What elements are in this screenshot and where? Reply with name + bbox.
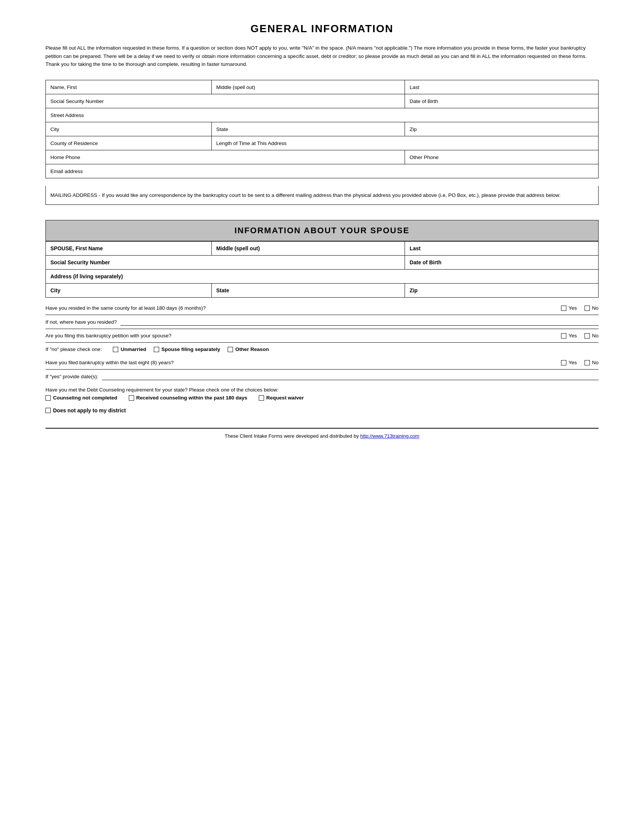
main-form-table: Name, First Middle (spell out) Last Soci… [45, 80, 599, 178]
q1-yes-no: Yes No [561, 305, 599, 311]
footer: These Client Intake Forms were developed… [45, 428, 599, 439]
q2-if-no-text: If "no" please check one: [45, 346, 101, 352]
q2-yes-checkbox[interactable] [561, 333, 566, 338]
spouse-state-cell: State [211, 284, 405, 298]
q3-if-yes-text: If "yes" provide date(s): [45, 374, 98, 380]
q4-opt4-checkbox[interactable] [45, 408, 51, 413]
q2-other-reason-checkbox[interactable] [228, 347, 233, 352]
intro-text: Please fill out ALL the information requ… [45, 44, 599, 69]
other-phone-label: Other Phone [409, 154, 439, 160]
q2-other-reason-option[interactable]: Other Reason [228, 346, 269, 352]
q2-no-checkbox[interactable] [584, 333, 590, 338]
q2-spouse-filing-option[interactable]: Spouse filing separately [154, 346, 220, 352]
q4-opt1-checkbox[interactable] [45, 395, 51, 400]
spouse-section-header: INFORMATION ABOUT YOUR SPOUSE [45, 220, 599, 241]
q2-unmarried-checkbox[interactable] [113, 347, 118, 352]
q1-no-checkbox[interactable] [584, 306, 590, 311]
q1-yes-option[interactable]: Yes [561, 305, 577, 311]
last-cell: Last [405, 80, 599, 94]
spouse-city-state-zip-row: City State Zip [46, 284, 599, 298]
spouse-city-cell: City [46, 284, 212, 298]
ssn-row: Social Security Number Date of Birth [46, 94, 599, 108]
q4-opt3-checkbox[interactable] [259, 395, 264, 400]
street-address-row: Street Address [46, 108, 599, 122]
county-row: County of Residence Length of Time at Th… [46, 136, 599, 150]
q1-if-not-input[interactable] [121, 318, 599, 326]
q2-row: Are you filing this bankruptcy petition … [45, 329, 599, 343]
q2-yes-label: Yes [568, 333, 577, 338]
city-cell: City [46, 122, 212, 136]
q2-unmarried-label: Unmarried [121, 346, 146, 352]
home-phone-label: Home Phone [50, 154, 80, 160]
email-label: Email address [50, 169, 83, 174]
q1-no-label: No [592, 305, 599, 311]
q2-no-option[interactable]: No [584, 333, 599, 338]
q4-opt3-option[interactable]: Request waiver [259, 395, 304, 400]
zip-label: Zip [409, 127, 417, 132]
questions-section: Have you resided in the same county for … [45, 301, 599, 416]
spouse-dob-label: Date of Birth [409, 259, 441, 265]
q3-if-yes-input[interactable] [102, 373, 599, 380]
length-time-label: Length of Time at This Address [216, 140, 287, 146]
q2-yes-option[interactable]: Yes [561, 333, 577, 338]
city-state-zip-row: City State Zip [46, 122, 599, 136]
q3-no-checkbox[interactable] [584, 360, 590, 365]
city-label: City [50, 127, 59, 132]
q2-checkbox-group: Unmarried Spouse filing separately Other… [113, 346, 269, 352]
dob-label: Date of Birth [409, 98, 438, 104]
phone-row: Home Phone Other Phone [46, 150, 599, 164]
q4-opt2-checkbox[interactable] [129, 395, 134, 400]
spouse-address-cell: Address (if living separately) [46, 270, 599, 284]
q1-text: Have you resided in the same county for … [45, 305, 561, 311]
email-row: Email address [46, 164, 599, 178]
name-first-cell: Name, First [46, 80, 212, 94]
q2-spouse-filing-checkbox[interactable] [154, 347, 159, 352]
q2-spouse-filing-label: Spouse filing separately [161, 346, 220, 352]
spouse-address-label: Address (if living separately) [50, 273, 123, 280]
q4-text: Have you met the Debt Counseling require… [45, 387, 599, 392]
spouse-middle-label: Middle (spell out) [216, 245, 260, 251]
spouse-first-cell: SPOUSE, First Name [46, 241, 212, 256]
mailing-address-section: MAILING ADDRESS - If you would like any … [45, 186, 599, 205]
spouse-form-table: SPOUSE, First Name Middle (spell out) La… [45, 241, 599, 298]
q1-no-option[interactable]: No [584, 305, 599, 311]
q2-yes-no: Yes No [561, 333, 599, 338]
spouse-zip-label: Zip [409, 287, 417, 293]
state-label: State [216, 127, 229, 132]
q1-yes-checkbox[interactable] [561, 306, 566, 311]
spouse-address-row: Address (if living separately) [46, 270, 599, 284]
q3-yes-label: Yes [568, 360, 577, 365]
footer-text: These Client Intake Forms were developed… [225, 433, 359, 439]
spouse-name-row: SPOUSE, First Name Middle (spell out) La… [46, 241, 599, 256]
spouse-last-label: Last [409, 245, 420, 251]
q3-yes-checkbox[interactable] [561, 360, 566, 365]
q3-yes-no: Yes No [561, 360, 599, 365]
ssn-cell: Social Security Number [46, 94, 405, 108]
spouse-zip-cell: Zip [405, 284, 599, 298]
q4-opt2-option[interactable]: Received counseling within the past 180 … [129, 395, 247, 400]
state-cell: State [211, 122, 405, 136]
q4-opt1-option[interactable]: Counseling not completed [45, 395, 118, 400]
q4-opt2-label: Received counseling within the past 180 … [136, 395, 247, 400]
email-cell: Email address [46, 164, 599, 178]
name-first-label: Name, First [50, 84, 77, 90]
q4-row: Have you met the Debt Counseling require… [45, 383, 599, 404]
spouse-city-label: City [50, 287, 60, 293]
dob-cell: Date of Birth [405, 94, 599, 108]
q3-text: Have you filed bankruptcy within the las… [45, 360, 561, 365]
street-address-label: Street Address [50, 113, 84, 118]
ssn-label: Social Security Number [50, 98, 104, 104]
q4-opt1-label: Counseling not completed [53, 395, 118, 400]
q4-opt4-label: Does not apply to my district [53, 407, 126, 413]
name-row: Name, First Middle (spell out) Last [46, 80, 599, 94]
q4-opt4-row[interactable]: Does not apply to my district [45, 404, 599, 416]
q3-no-option[interactable]: No [584, 360, 599, 365]
footer-link[interactable]: http://www.713training.com [360, 433, 419, 439]
q1-row: Have you resided in the same county for … [45, 301, 599, 315]
zip-cell: Zip [405, 122, 599, 136]
q3-yes-option[interactable]: Yes [561, 360, 577, 365]
q2-unmarried-option[interactable]: Unmarried [113, 346, 146, 352]
length-time-cell: Length of Time at This Address [211, 136, 598, 150]
q1-if-not-text: If not, where have you resided? [45, 319, 117, 325]
county-label: County of Residence [50, 140, 98, 146]
